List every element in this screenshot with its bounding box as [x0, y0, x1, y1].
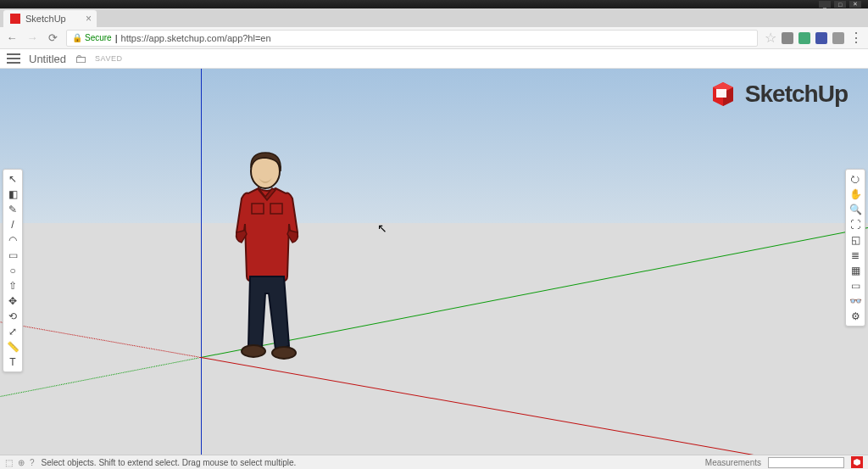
right-toolbar: ⭮✋🔍⛶◱≣▦▭👓⚙ — [845, 169, 865, 327]
lock-icon: 🔒 — [72, 33, 82, 42]
window-minimize[interactable]: _ — [819, 1, 831, 8]
window-maximize[interactable]: □ — [834, 1, 846, 8]
tape-tool[interactable]: 📏 — [5, 339, 20, 355]
scale-tool[interactable]: ⤢ — [5, 324, 20, 339]
geolocation-icon[interactable]: ⊕ — [18, 458, 25, 467]
layers-panel[interactable]: ≣ — [848, 248, 863, 263]
url-text: https://app.sketchup.com/app?hl=en — [121, 33, 271, 43]
svg-marker-4 — [716, 89, 726, 98]
browser-tab[interactable]: SketchUp × — [3, 10, 97, 27]
text-tool[interactable]: T — [5, 355, 20, 370]
status-icon[interactable]: ⬚ — [5, 458, 13, 467]
pan-tool[interactable]: ✋ — [848, 187, 863, 202]
components-panel[interactable]: ◱ — [848, 232, 863, 248]
styles-panel[interactable]: ▦ — [848, 263, 863, 278]
sketchup-badge-icon[interactable] — [851, 456, 863, 468]
url-field[interactable]: 🔒 Secure | https://app.sketchup.com/app?… — [66, 30, 758, 47]
orbit-tool[interactable]: ⭮ — [848, 171, 863, 187]
mouse-cursor-icon: ↖ — [377, 221, 387, 235]
secure-badge: 🔒 Secure — [72, 33, 112, 42]
left-toolbar: ↖◧✎/◠▭○⇧✥⟲⤢📏T — [3, 169, 23, 372]
move-tool[interactable]: ✥ — [5, 293, 20, 309]
zoom-extents-tool[interactable]: ⛶ — [848, 217, 863, 232]
shield-icon[interactable] — [832, 32, 844, 44]
sketchup-logo-icon — [708, 79, 738, 109]
document-title[interactable]: Untitled — [29, 53, 66, 65]
rectangle-tool[interactable]: ▭ — [5, 248, 20, 263]
svg-point-8 — [242, 345, 265, 357]
rotate-tool[interactable]: ⟲ — [5, 309, 20, 324]
app-header: Untitled 🗀 SAVED — [0, 49, 868, 69]
folder-icon[interactable]: 🗀 — [75, 52, 86, 65]
svg-rect-0 — [10, 14, 20, 24]
star-icon[interactable]: ☆ — [765, 30, 776, 46]
window-close[interactable]: ✕ — [849, 1, 861, 8]
extension-area: ☆ ⋮ — [765, 30, 863, 46]
pushpull-tool[interactable]: ⇧ — [5, 278, 20, 293]
svg-point-9 — [272, 347, 296, 359]
line-tool[interactable]: / — [5, 217, 20, 232]
menu-icon[interactable]: ⋮ — [849, 30, 863, 46]
saved-status: SAVED — [95, 54, 122, 63]
os-taskbar: _ □ ✕ — [0, 0, 868, 8]
tab-close-icon[interactable]: × — [86, 13, 92, 25]
reload-button[interactable]: ⟳ — [46, 31, 59, 45]
help-icon[interactable]: ? — [30, 458, 35, 467]
paint-tool[interactable]: ✎ — [5, 202, 20, 217]
zoom-tool[interactable]: 🔍 — [848, 202, 863, 217]
extension-icon[interactable] — [815, 32, 827, 44]
display-panel[interactable]: 👓 — [848, 293, 863, 309]
scenes-panel[interactable]: ▭ — [848, 278, 863, 293]
3d-viewport[interactable]: SketchUp ↖ ↖◧✎/◠▭○⇧✥⟲⤢📏T ⭮✋🔍⛶◱≣▦▭👓⚙ — [0, 69, 868, 455]
settings-panel[interactable]: ⚙ — [848, 309, 863, 324]
measurements-input[interactable] — [768, 457, 844, 468]
status-bar: ⬚ ⊕ ? Select objects. Shift to extend se… — [0, 455, 868, 469]
secure-text: Secure — [85, 33, 112, 42]
back-button[interactable]: ← — [5, 31, 19, 45]
circle-tool[interactable]: ○ — [5, 263, 20, 278]
sketchup-logo: SketchUp — [708, 79, 848, 109]
svg-marker-10 — [854, 459, 860, 466]
sketchup-favicon-icon — [10, 14, 20, 24]
status-message: Select objects. Shift to extend select. … — [42, 458, 698, 467]
select-tool[interactable]: ↖ — [5, 171, 20, 187]
hamburger-menu[interactable] — [7, 51, 20, 66]
sketchup-logo-text: SketchUp — [745, 81, 848, 108]
browser-tab-bar: SketchUp × — [0, 8, 868, 27]
browser-address-bar: ← → ⟳ 🔒 Secure | https://app.sketchup.co… — [0, 27, 868, 49]
arc-tool[interactable]: ◠ — [5, 232, 20, 248]
tab-title: SketchUp — [25, 14, 66, 24]
eraser-tool[interactable]: ◧ — [5, 187, 20, 202]
extension-icon[interactable] — [798, 32, 810, 44]
ground-plane — [0, 223, 868, 455]
forward-button[interactable]: → — [25, 31, 39, 45]
measurements-label: Measurements — [705, 458, 761, 467]
cast-icon[interactable] — [782, 32, 793, 44]
scale-figure[interactable] — [225, 149, 309, 361]
